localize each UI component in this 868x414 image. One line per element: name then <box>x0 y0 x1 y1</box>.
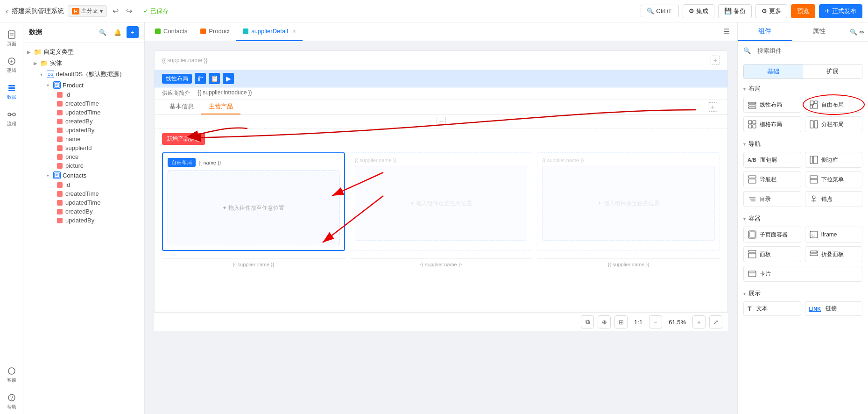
add-mid-btn[interactable]: + <box>437 117 446 126</box>
search-component-input[interactable] <box>754 45 862 56</box>
right-tab-component[interactable]: 组件 <box>738 22 792 41</box>
more-button[interactable]: ⚙ 更多 <box>755 4 787 18</box>
card-1-drop-area[interactable]: ✦ 拖入组件放至任意位置 <box>168 171 339 245</box>
card-1-drop-hint: ✦ 拖入组件放至任意位置 <box>222 204 284 212</box>
tree-folder-entity[interactable]: ▶ 📁 实体 <box>23 57 144 69</box>
redo-button[interactable]: ↪ <box>124 5 134 17</box>
container-item-card[interactable]: 卡片 <box>743 266 862 282</box>
tab-close-supplier[interactable]: × <box>293 28 296 35</box>
tree-field-picture[interactable]: picture <box>23 161 144 170</box>
tree-folder-custom[interactable]: ▶ 📁 自定义类型 <box>23 46 144 57</box>
tree-item-contacts[interactable]: ▾ Contacts <box>23 170 144 180</box>
nav-item-breadcrumb[interactable]: A/B 面包屑 <box>743 152 801 168</box>
product-card-1[interactable]: 自由布局 {{ name }} ✦ 拖入组件放至任意位置 <box>162 152 345 251</box>
linear-layout-label[interactable]: 线性布局 <box>162 74 192 84</box>
canvas-add-top[interactable]: + <box>711 56 720 65</box>
tree-field-supplierid[interactable]: supplierId <box>23 143 144 152</box>
nav-item-sidebar[interactable]: 侧边栏 <box>805 152 863 168</box>
tree-field-createdtime-2[interactable]: createdTime <box>23 189 144 198</box>
zoom-in-btn[interactable]: + <box>692 315 706 328</box>
layout-delete-button[interactable]: 🗑 <box>195 73 206 84</box>
container-item-collapse[interactable]: 折叠面板 <box>805 246 863 262</box>
container-label-card: 卡片 <box>760 270 771 278</box>
display-grid: T 文本 LINK 链接 <box>743 301 862 316</box>
tree-field-updatedtime-2[interactable]: updatedTime <box>23 198 144 207</box>
inner-tab-add[interactable]: + <box>705 100 720 114</box>
tab-add-btn[interactable]: + <box>708 102 717 112</box>
sidebar-item-flow[interactable]: 流程 <box>1 106 22 131</box>
add-data-button[interactable]: + <box>127 26 139 38</box>
tree-field-createdby-2[interactable]: createdBy <box>23 207 144 216</box>
undo-button[interactable]: ↩ <box>111 5 120 17</box>
section-header-nav[interactable]: ▾ 导航 <box>743 140 862 148</box>
tab-contacts[interactable]: Contacts <box>148 22 194 41</box>
tree-field-price[interactable]: price <box>23 152 144 161</box>
sidebar-item-page[interactable]: 页面 <box>1 26 22 51</box>
tree-field-createdtime-1[interactable]: createdTime <box>23 99 144 108</box>
tree-field-updatedtime-1[interactable]: updatedTime <box>23 108 144 117</box>
container-item-subpage[interactable]: 子页面容器 <box>743 227 801 243</box>
toolbar-copy-btn[interactable]: ⧉ <box>581 315 594 328</box>
section-header-container[interactable]: ▾ 容器 <box>743 214 862 223</box>
nav-item-dropdown[interactable]: 下拉菜单 <box>805 171 863 187</box>
integrate-button[interactable]: ⚙ 集成 <box>683 4 714 18</box>
publish-button[interactable]: ✈ 正式发布 <box>819 4 862 18</box>
tab-product[interactable]: Product <box>194 22 236 41</box>
toolbar-layout-btn[interactable]: ⊞ <box>614 315 628 328</box>
tab-supplier-detail[interactable]: supplierDetail × <box>236 22 303 41</box>
toolbar-target-btn[interactable]: ⊕ <box>598 315 611 328</box>
tree-item-defaultds[interactable]: ▾ DS defaultDS（默认数据源） <box>23 69 144 80</box>
comp-mode-extend[interactable]: 扩展 <box>803 64 862 79</box>
tree-field-id-1[interactable]: id <box>23 90 144 99</box>
product-card-2[interactable]: {{ supplier.name }} ✦ 拖入组件放至任意位置 <box>350 152 533 251</box>
nav-item-navbar[interactable]: 导航栏 <box>743 171 801 187</box>
layout-item-grid[interactable]: 栅格布局 <box>743 116 801 132</box>
display-item-link[interactable]: LINK 链接 <box>805 301 863 316</box>
container-item-iframe[interactable]: { } Iframe <box>805 227 863 243</box>
sidebar-item-data[interactable]: 数据 <box>1 79 22 104</box>
inner-tab-main-product[interactable]: 主营产品 <box>201 100 240 114</box>
inner-tab-basic[interactable]: 基本信息 <box>162 100 201 114</box>
save-icon: ✓ <box>143 7 148 14</box>
new-product-button[interactable]: 新增产品信息 <box>162 133 205 145</box>
product-card-3[interactable]: {{ supplier.name }} ✦ 拖入组件放至任意位置 <box>537 152 720 251</box>
layout-copy-button[interactable]: 📋 <box>209 73 220 84</box>
notify-data-button[interactable]: 🔔 <box>112 26 124 38</box>
container-item-panel[interactable]: 面板 <box>743 246 801 262</box>
right-tab-property[interactable]: 属性 <box>792 22 846 41</box>
free-layout-badge[interactable]: 自由布局 <box>168 158 196 167</box>
layout-item-split[interactable]: 分栏布局 <box>805 116 863 132</box>
back-button[interactable]: ‹ <box>6 7 8 15</box>
tabs-menu-button[interactable]: ☰ <box>720 25 734 38</box>
right-panel-expand-btn[interactable]: ⇔ <box>859 29 864 36</box>
tree-field-id-2[interactable]: id <box>23 180 144 189</box>
branch-selector[interactable]: H 主分支 ▾ <box>68 5 107 17</box>
tree-field-createdby-1[interactable]: createdBy <box>23 117 144 126</box>
canvas-scroll[interactable]: {{ supplier.name }} + 线性布局 🗑 📋 ▶ 供应商简介 {… <box>145 41 737 414</box>
section-header-layout[interactable]: ▾ 布局 <box>743 85 862 93</box>
comp-mode-basic[interactable]: 基础 <box>744 64 803 79</box>
tree-item-product[interactable]: ▾ Product <box>23 80 144 90</box>
right-panel-search-btn[interactable]: 🔍 <box>850 29 857 36</box>
layout-more-button[interactable]: ▶ <box>223 73 234 84</box>
layout-item-linear[interactable]: 线性布局 <box>743 97 801 113</box>
tree-field-updatedby-2[interactable]: updatedBy <box>23 216 144 225</box>
tree-field-updatedby-1[interactable]: updatedBy <box>23 126 144 135</box>
nav-item-toc[interactable]: 目录 <box>743 191 801 207</box>
preview-button[interactable]: 预览 <box>791 4 815 18</box>
fit-screen-btn[interactable]: ⤢ <box>709 315 722 328</box>
search-data-button[interactable]: 🔍 <box>97 26 109 38</box>
display-item-text[interactable]: T 文本 <box>743 301 801 316</box>
section-header-display[interactable]: ▾ 展示 <box>743 289 862 298</box>
sidebar-item-logic[interactable]: 逻辑 <box>1 53 22 78</box>
sidebar-item-help[interactable]: ? 帮助 <box>1 389 22 414</box>
layout-item-free[interactable]: 自由布局 <box>805 97 863 113</box>
sidebar-item-service[interactable]: 客服 <box>1 363 22 387</box>
nav-item-anchor[interactable]: 锚点 <box>805 191 863 207</box>
search-button[interactable]: 🔍 Ctrl+F <box>641 5 679 17</box>
zoom-out-btn[interactable]: − <box>649 315 662 328</box>
backup-button[interactable]: 💾 备份 <box>718 4 752 18</box>
supplier-bottom-row: {{ supplier.name }} {{ supplier.name }} … <box>155 258 727 278</box>
tree-field-name[interactable]: name <box>23 135 144 143</box>
svg-rect-51 <box>810 254 818 256</box>
